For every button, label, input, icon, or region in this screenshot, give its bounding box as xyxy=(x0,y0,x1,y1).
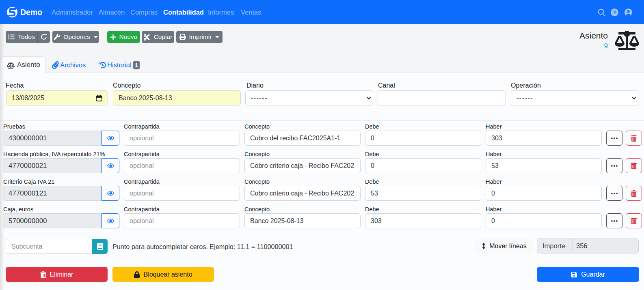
svg-text:?: ? xyxy=(613,9,616,15)
